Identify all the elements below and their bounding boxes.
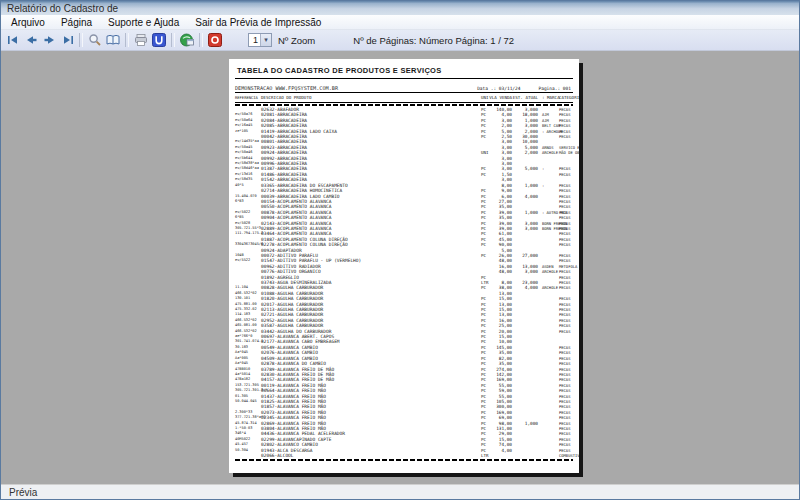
export-button[interactable] [179,32,195,48]
report-subheader: DEMONSTRACAO WWW.FPQSYSTEM.COM.BR Data .… [235,85,573,91]
zoom-level-select[interactable]: 1 ▾ [248,33,272,47]
zoom-button[interactable] [87,32,103,48]
last-page-button[interactable] [59,32,75,48]
divider [235,92,573,93]
pages-count-label: Nº de Páginas: Número Página: 1 / 72 [353,35,514,46]
next-page-button[interactable] [41,32,57,48]
menu-bar: Arquivo Página Suporte e Ajuda Sair da P… [1,15,799,30]
menu-sair-da-previa[interactable]: Sair da Prévia de Impressão [187,17,329,28]
column-header-descricao: DESCRICAO DO PRODUTO [261,95,311,100]
table-row: 02066-ALCOOL LTR COMBUSTIVEL [235,453,573,458]
print-setup-icon [152,33,166,47]
zoom-level-value: 1 [253,35,258,45]
menu-arquivo[interactable]: Arquivo [3,17,53,28]
cell-descricao: 02066-ALCOOL [261,453,294,458]
toolbar-separator [79,33,83,47]
toolbar-separator [125,33,129,47]
column-header-referencia: REFERENCIA [235,95,258,100]
company-name: DEMONSTRACAO WWW.FPQSYSTEM.COM.BR [235,85,338,91]
zoom-icon [88,33,102,47]
divider [235,102,573,103]
previous-page-icon [25,35,38,45]
exit-preview-icon [208,33,222,47]
zoom-label: Nº Zoom [278,35,315,46]
book-pages-icon [106,33,120,47]
pages-view-button[interactable] [105,32,121,48]
column-header-marca: : MARCA [542,95,560,100]
print-setup-button[interactable] [151,32,167,48]
toolbar: 1 ▾ Nº Zoom Nº de Páginas: Número Página… [1,30,799,51]
previous-page-button[interactable] [23,32,39,48]
column-headers: REFERENCIA DESCRICAO DO PRODUTO UNI VLA … [235,95,573,102]
toolbar-separator [199,33,203,47]
report-page: TABELA DO CADASTRO DE PRODUTOS E SERVIÇO… [229,59,579,473]
toolbar-separator [171,33,175,47]
first-page-button[interactable] [5,32,21,48]
last-page-icon [61,35,74,45]
status-bar: Prévia [1,484,799,499]
cell-uni: LTR [481,453,489,458]
next-page-icon [43,35,56,45]
column-header-est-atual: EST. ATUAL [506,95,538,100]
status-label: Prévia [9,487,37,498]
report-title: TABELA DO CADASTRO DE PRODUTOS E SERVIÇO… [237,66,573,75]
report-rows: 02632-ABAFADOR PC 140,00 3,000 PECAS ev/… [235,107,573,458]
report-date: Data .: 03/11/24 [477,86,520,91]
cell-categoria: COMBUSTIVEL [559,453,579,458]
exit-preview-button[interactable] [207,32,223,48]
menu-suporte-e-ajuda[interactable]: Suporte e Ajuda [100,17,187,28]
window-title: Relatório do Cadastro de [7,3,118,14]
dashed-divider [235,459,573,461]
dashed-divider [235,104,573,106]
menu-pagina[interactable]: Página [53,17,100,28]
first-page-icon [7,35,20,45]
title-bar: Relatório do Cadastro de [1,1,799,15]
column-header-categoria: CATEGORIA [559,95,579,100]
divider [235,78,573,79]
preview-area: TABELA DO CADASTRO DE PRODUTOS E SERVIÇO… [1,51,799,484]
export-icon [180,33,195,47]
chevron-down-icon[interactable]: ▾ [260,34,271,46]
print-button[interactable] [133,32,149,48]
report-page-number: Pagina.: 001 [538,86,571,91]
print-icon [134,33,148,47]
app-window: Relatório do Cadastro de Arquivo Página … [0,0,800,500]
